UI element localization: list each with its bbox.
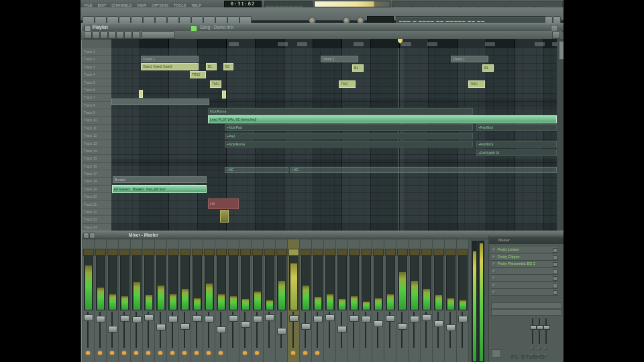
playlist-clip[interactable]: B1 xyxy=(206,63,217,70)
fx-send-row-2[interactable] xyxy=(491,309,562,316)
playlist-clip[interactable]: Kick/Roma xyxy=(208,108,473,115)
eq-band-3-slider[interactable] xyxy=(543,325,550,330)
mixer-track-26[interactable] xyxy=(384,239,396,362)
playlist-clip[interactable]: LM xyxy=(208,198,239,209)
mixer-track-27[interactable] xyxy=(396,239,409,362)
fader-handle[interactable] xyxy=(458,316,468,322)
playlist-snap-selector[interactable] xyxy=(142,32,175,39)
fader-handle[interactable] xyxy=(241,321,250,328)
fader-handle[interactable] xyxy=(108,326,117,333)
playlist-tool-3[interactable] xyxy=(100,32,108,39)
track-enable-led[interactable] xyxy=(122,351,126,355)
playlist-tool-1[interactable] xyxy=(84,32,92,39)
playlist-track-name[interactable]: Track 10 xyxy=(82,117,111,124)
playlist-clip[interactable]: TMG xyxy=(468,80,485,88)
fader-handle[interactable] xyxy=(144,314,154,321)
playlist-toolbar-corner-button[interactable] xyxy=(552,32,560,39)
track-enable-led[interactable] xyxy=(158,351,162,355)
playlist-clip[interactable]: TMG xyxy=(339,80,356,88)
playlist-track-name[interactable]: Track 17 xyxy=(82,170,111,178)
playlist-track-name[interactable]: Track 5 xyxy=(82,79,111,86)
playlist-track-name[interactable]: Track 2 xyxy=(82,56,111,63)
track-enable-led[interactable] xyxy=(243,351,247,355)
track-enable-led[interactable] xyxy=(98,351,102,355)
playlist-track-name[interactable]: Track 16 xyxy=(82,163,111,170)
fx-slot-1[interactable]: Fruity Limiter xyxy=(491,247,558,253)
playlist-tool-5[interactable] xyxy=(116,32,124,39)
fader-handle[interactable] xyxy=(253,316,262,322)
playlist-track-name[interactable]: Track 3 xyxy=(82,64,111,71)
fx-slot-5[interactable] xyxy=(491,275,558,282)
playlist-clip[interactable]: Lead PLST WAL-05 (stretched) xyxy=(208,115,557,123)
fader-handle[interactable] xyxy=(350,315,359,322)
mixer-track-28[interactable] xyxy=(409,239,421,362)
eq-band-3-freq-knob[interactable] xyxy=(544,347,547,350)
fader-handle[interactable] xyxy=(446,324,455,331)
mixer-track-7[interactable] xyxy=(155,239,167,362)
mixer-track-2[interactable] xyxy=(95,239,107,362)
track-enable-led[interactable] xyxy=(146,351,150,355)
playlist-track-name[interactable]: Track 18 xyxy=(82,178,111,185)
fader-handle[interactable] xyxy=(96,316,105,322)
mixer-track-15[interactable] xyxy=(252,239,264,362)
playlist-tool-4[interactable] xyxy=(108,32,116,39)
fader-handle[interactable] xyxy=(168,316,178,322)
mixer-track-12[interactable] xyxy=(215,239,227,362)
fader-handle[interactable] xyxy=(84,314,93,321)
fader-handle[interactable] xyxy=(156,324,166,330)
song-position-slider[interactable] xyxy=(314,1,390,7)
fx-send-row-1[interactable] xyxy=(491,302,562,309)
mixer-track-20[interactable] xyxy=(312,239,324,362)
playlist-clip[interactable]: +NC xyxy=(290,167,557,173)
playlist-track-name[interactable]: Track 21 xyxy=(82,201,111,208)
mixer-track-23[interactable] xyxy=(348,239,360,362)
track-enable-led[interactable] xyxy=(86,351,90,355)
playlist-track-name[interactable]: Track 23 xyxy=(82,216,111,223)
mixer-track-5[interactable] xyxy=(131,239,143,362)
fader-handle[interactable] xyxy=(277,328,286,335)
fader-handle[interactable] xyxy=(422,314,431,321)
playlist-clip[interactable]: TR62 xyxy=(190,71,206,78)
playlist-tool-2[interactable] xyxy=(92,32,100,39)
playlist-clip[interactable]: +Pad xyxy=(225,133,473,139)
track-enable-led[interactable] xyxy=(110,351,114,355)
fx-slot-4[interactable] xyxy=(491,268,558,275)
playlist-track-name[interactable]: Track 22 xyxy=(82,208,111,216)
mixer-track-19[interactable] xyxy=(300,239,312,362)
fader-handle[interactable] xyxy=(120,315,129,322)
fader-handle[interactable] xyxy=(217,326,226,333)
fx-slot-2[interactable]: Fruity Clipper xyxy=(491,254,558,261)
playlist-clip[interactable]: +Roll/Uplift 03 xyxy=(476,149,557,156)
mixer-track-11[interactable] xyxy=(203,239,215,362)
playlist-clip[interactable] xyxy=(222,90,226,99)
playlist-clip[interactable]: Breakd xyxy=(113,176,207,183)
playlist-clip[interactable]: +Pad/End xyxy=(476,124,557,131)
playlist-track-name[interactable]: Track 20 xyxy=(82,193,111,200)
fx-slot-6[interactable] xyxy=(491,282,558,289)
mixer-track-14[interactable] xyxy=(239,239,252,362)
playlist-clip[interactable]: EP Extract · Breakd · Pad_EP Extr xyxy=(112,185,207,193)
mixer-track-25[interactable] xyxy=(372,239,384,362)
playlist-tool-7[interactable] xyxy=(132,32,140,39)
playlist-track-name[interactable]: Track 6 xyxy=(82,86,111,94)
mixer-detach-button[interactable] xyxy=(89,233,95,239)
playlist-track-name[interactable]: Track 12 xyxy=(82,132,111,139)
playlist-clip[interactable] xyxy=(220,210,229,223)
fader-handle[interactable] xyxy=(289,315,299,322)
fader-handle[interactable] xyxy=(374,320,383,327)
fader-handle[interactable] xyxy=(386,315,395,322)
fader-handle[interactable] xyxy=(410,316,419,322)
mixer-track-16[interactable] xyxy=(264,239,276,362)
track-enable-led[interactable] xyxy=(170,351,174,355)
track-enable-led[interactable] xyxy=(303,351,307,355)
playlist-track-name[interactable]: Track 8 xyxy=(82,102,111,109)
mixer-track-24[interactable] xyxy=(360,239,372,362)
playlist-clip[interactable] xyxy=(139,90,143,98)
mixer-menu-button[interactable] xyxy=(83,233,89,239)
track-enable-led[interactable] xyxy=(195,351,199,355)
track-enable-led[interactable] xyxy=(315,351,319,355)
playlist-clip[interactable]: B1 xyxy=(482,64,494,72)
track-enable-led[interactable] xyxy=(291,351,295,355)
track-enable-led[interactable] xyxy=(134,351,138,355)
mixer-track-1[interactable] xyxy=(83,239,95,362)
